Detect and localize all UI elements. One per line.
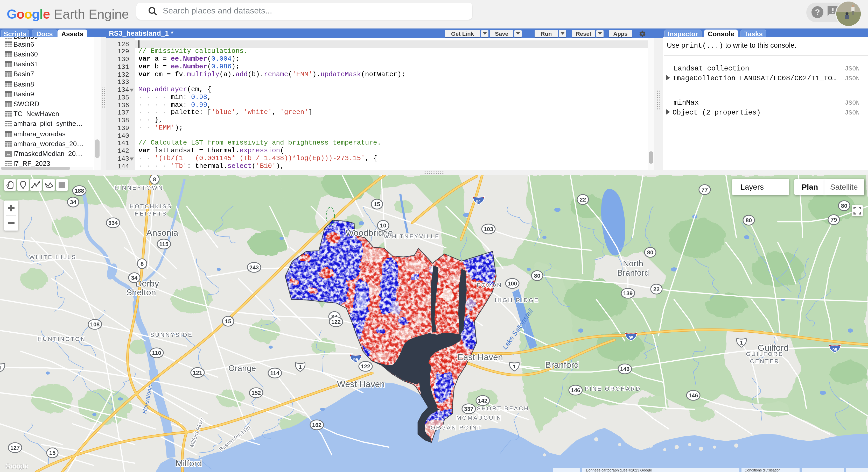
svg-text:GUILFORD: GUILFORD xyxy=(746,351,784,357)
svg-text:Ansonia: Ansonia xyxy=(147,228,178,238)
svg-text:8: 8 xyxy=(153,176,156,182)
svg-text:1: 1 xyxy=(513,364,516,369)
svg-text:80: 80 xyxy=(841,203,847,209)
svg-text:1: 1 xyxy=(0,365,2,370)
svg-text:FOXON: FOXON xyxy=(477,282,502,288)
svg-text:146: 146 xyxy=(620,366,630,372)
svg-text:122: 122 xyxy=(361,363,370,370)
svg-text:152: 152 xyxy=(251,390,261,396)
svg-text:1: 1 xyxy=(740,340,743,345)
svg-text:8: 8 xyxy=(141,261,144,267)
svg-text:Branford: Branford xyxy=(545,360,579,370)
svg-text:Orange: Orange xyxy=(228,364,256,373)
svg-text:East Haven: East Haven xyxy=(457,352,503,362)
svg-text:146: 146 xyxy=(689,392,698,399)
svg-text:80: 80 xyxy=(647,249,653,256)
svg-text:15: 15 xyxy=(374,201,380,207)
svg-text:ORGAN POINT: ORGAN POINT xyxy=(431,424,482,431)
svg-text:HEIGHTS: HEIGHTS xyxy=(134,210,167,217)
svg-text:95: 95 xyxy=(629,335,633,340)
svg-text:139: 139 xyxy=(623,290,633,297)
svg-text:115: 115 xyxy=(159,241,168,247)
svg-text:334: 334 xyxy=(108,220,118,226)
svg-text:CENTER: CENTER xyxy=(750,358,780,365)
svg-text:243: 243 xyxy=(249,264,259,271)
svg-text:PINE ORCHARD: PINE ORCHARD xyxy=(585,385,641,392)
svg-text:95: 95 xyxy=(353,357,358,362)
svg-text:KINNEYTOWN: KINNEYTOWN xyxy=(115,184,164,191)
svg-text:100: 100 xyxy=(508,280,517,287)
svg-text:WHITE HILLS: WHITE HILLS xyxy=(29,254,76,260)
svg-text:188: 188 xyxy=(75,188,84,194)
svg-text:110: 110 xyxy=(152,350,161,356)
svg-text:22: 22 xyxy=(580,196,586,203)
svg-text:146: 146 xyxy=(571,387,581,394)
svg-text:142: 142 xyxy=(478,397,488,404)
svg-text:80: 80 xyxy=(746,217,752,224)
svg-text:Données cartographiques ©2023: Données cartographiques ©2023 Google xyxy=(586,468,652,472)
svg-text:122: 122 xyxy=(331,318,341,325)
svg-text:HUNTINGTON: HUNTINGTON xyxy=(38,336,86,342)
svg-text:162: 162 xyxy=(312,422,322,428)
svg-text:337: 337 xyxy=(464,406,474,412)
svg-text:HIGH RIDGE: HIGH RIDGE xyxy=(495,297,539,303)
svg-text:SHORT BEACH: SHORT BEACH xyxy=(477,405,529,412)
svg-text:79: 79 xyxy=(831,216,837,223)
svg-text:127: 127 xyxy=(10,444,20,451)
svg-text:114: 114 xyxy=(270,370,279,376)
svg-text:34: 34 xyxy=(70,199,76,205)
svg-text:North: North xyxy=(623,259,643,268)
svg-text:15: 15 xyxy=(49,450,56,456)
svg-text:77: 77 xyxy=(702,187,708,193)
svg-text:Shelton: Shelton xyxy=(126,287,156,297)
svg-text:1: 1 xyxy=(299,364,302,370)
svg-text:91: 91 xyxy=(476,199,481,204)
svg-text:WHITNEYVILLE: WHITNEYVILLE xyxy=(385,233,440,240)
svg-text:34: 34 xyxy=(131,275,138,281)
svg-text:West Haven: West Haven xyxy=(337,379,385,389)
svg-text:15: 15 xyxy=(225,318,231,325)
svg-text:Branford: Branford xyxy=(617,268,649,277)
svg-text:10: 10 xyxy=(380,222,386,229)
svg-text:SUNNYSIDE: SUNNYSIDE xyxy=(150,332,193,338)
svg-text:108: 108 xyxy=(90,321,100,328)
svg-text:MOMAUGUIN: MOMAUGUIN xyxy=(456,414,502,421)
svg-text:Milford: Milford xyxy=(176,458,202,468)
svg-text:HOTCHKISS: HOTCHKISS xyxy=(130,203,172,210)
svg-text:103: 103 xyxy=(484,226,493,232)
svg-text:22: 22 xyxy=(653,286,659,293)
svg-text:Conditions d'utilisation: Conditions d'utilisation xyxy=(745,468,781,472)
svg-text:80: 80 xyxy=(534,272,540,279)
svg-text:121: 121 xyxy=(193,369,203,376)
svg-text:95: 95 xyxy=(833,347,837,352)
svg-text:Google: Google xyxy=(5,462,29,470)
